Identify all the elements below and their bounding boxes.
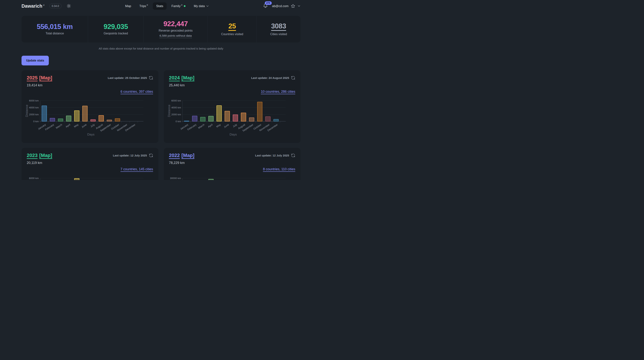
stats-overview-panel: 556,015 km Total distance 929,035 Geopoi… — [22, 16, 300, 42]
year-card-2023: 2023[Map] Last update: 12 July 2025 20,1… — [22, 148, 158, 180]
chevron-down-icon — [298, 4, 300, 7]
update-stats-button[interactable]: Update stats — [22, 56, 49, 65]
sun-icon — [66, 3, 71, 8]
notifications-button[interactable]: 273 — [263, 3, 268, 9]
svg-text:June: June — [81, 123, 87, 129]
svg-text:0 km: 0 km — [176, 120, 181, 123]
stat-label: Reverse geocoded points — [158, 29, 192, 32]
nav-item-stats[interactable]: Stats — [153, 2, 166, 10]
svg-text:6000 km: 6000 km — [29, 99, 39, 102]
nav-item-map[interactable]: Map — [122, 2, 134, 10]
favorites-button[interactable] — [291, 4, 295, 8]
year-link-2024[interactable]: 2024 — [169, 75, 180, 80]
refresh-icon — [149, 153, 153, 158]
theme-toggle-button[interactable] — [66, 3, 71, 8]
map-link-2024[interactable]: [Map] — [182, 75, 194, 80]
family-online-dot — [184, 5, 186, 7]
stat-label: Cities visited — [270, 32, 287, 36]
svg-text:June: June — [223, 123, 230, 129]
countries-cities-link[interactable]: 10 countries, 286 cities — [261, 90, 295, 93]
refresh-stats-button[interactable] — [149, 76, 153, 80]
svg-text:2000 km: 2000 km — [171, 113, 181, 116]
map-link-2022[interactable]: [Map] — [182, 153, 194, 158]
distance-chart-2022: 30000 km20000 km10000 km0 kmJanuaryFebru… — [166, 172, 297, 180]
year-cards-grid: 2025[Map] Last update: 25 October 2025 1… — [22, 70, 300, 180]
svg-text:30000 km: 30000 km — [170, 177, 181, 180]
svg-text:May: May — [216, 123, 221, 128]
year-link-2023[interactable]: 2023 — [27, 153, 38, 158]
refresh-icon — [291, 76, 295, 80]
refresh-stats-button[interactable] — [291, 76, 295, 80]
total-distance-value: 556,015 km — [37, 23, 73, 30]
alpha-superscript: α — [146, 3, 148, 6]
year-card-2024: 2024[Map] Last update: 24 August 2025 25… — [164, 70, 301, 143]
map-link-2023[interactable]: [Map] — [39, 153, 52, 158]
nav-item-family[interactable]: Familyα — [168, 2, 189, 10]
svg-text:Days: Days — [230, 133, 237, 136]
svg-text:4000 km: 4000 km — [29, 106, 39, 109]
year-distance: 19,414 km — [27, 83, 153, 87]
app-logo[interactable]: Dawarichα — [22, 3, 44, 9]
svg-text:March: March — [55, 123, 63, 129]
stat-reverse-geocoded: 922,447 Reverse geocoded points 6,588 po… — [144, 16, 208, 42]
user-email[interactable]: ab@cd.com — [272, 4, 288, 8]
year-card-2022: 2022[Map] Last update: 12 July 2025 78,2… — [164, 148, 301, 180]
last-update-label: Last update: 12 July 2025 — [113, 154, 147, 157]
app-logo-text: Dawarich — [22, 3, 42, 8]
star-icon — [291, 4, 295, 8]
version-badge[interactable]: 0.34.0 — [49, 3, 62, 8]
cities-visited-value: 3083 — [271, 23, 286, 31]
countries-cities-link[interactable]: 7 countries, 145 cities — [120, 167, 153, 171]
svg-text:Days: Days — [87, 133, 94, 136]
chevron-down-icon — [206, 5, 209, 7]
svg-text:July: July — [232, 123, 238, 128]
refresh-icon — [149, 76, 153, 80]
distance-chart-2023: 6000 km4000 km2000 km0 kmJanuaryFebruary… — [24, 172, 155, 180]
last-update-label: Last update: 12 July 2025 — [255, 154, 289, 157]
year-link-2025[interactable]: 2025 — [27, 75, 38, 80]
navbar: Dawarichα 0.34.0 Map Tripsα Stats Family… — [22, 0, 300, 12]
year-distance: 25,440 km — [169, 83, 296, 87]
alpha-superscript: α — [43, 3, 44, 6]
user-menu-button[interactable] — [298, 4, 300, 7]
stat-cities-visited: 3083 Cities visited — [256, 16, 300, 42]
svg-text:Distance: Distance — [25, 105, 28, 117]
geopoints-value: 929,035 — [104, 23, 128, 30]
svg-text:April: April — [65, 123, 71, 128]
svg-text:March: March — [198, 123, 205, 129]
notification-count-badge: 273 — [265, 1, 272, 5]
countries-cities-link[interactable]: 8 countries, 110 cities — [263, 167, 295, 171]
nav-item-trips[interactable]: Tripsα — [136, 2, 151, 10]
reverse-geocoded-value: 922,447 — [164, 20, 188, 27]
refresh-stats-button[interactable] — [149, 153, 153, 158]
year-card-2025: 2025[Map] Last update: 25 October 2025 1… — [22, 70, 158, 143]
stat-label: Countries visited — [221, 32, 243, 36]
svg-text:2000 km: 2000 km — [29, 113, 39, 116]
distance-chart-2025: 6000 km4000 km2000 km0 kmJanuaryFebruary… — [24, 94, 155, 137]
year-distance: 20,119 km — [27, 161, 153, 165]
last-update-label: Last update: 25 October 2025 — [108, 76, 147, 79]
stat-countries-visited: 25 Countries visited — [208, 16, 256, 42]
year-link-2022[interactable]: 2022 — [169, 153, 180, 158]
alpha-superscript: α — [181, 3, 182, 6]
svg-text:6000 km: 6000 km — [171, 99, 181, 102]
stat-geopoints-tracked: 929,035 Geopoints tracked — [88, 16, 144, 42]
refresh-icon — [291, 153, 295, 158]
last-update-label: Last update: 24 August 2025 — [251, 76, 289, 79]
countries-cities-link[interactable]: 6 countries, 397 cities — [120, 90, 153, 93]
svg-text:May: May — [74, 123, 79, 128]
svg-text:February: February — [187, 123, 197, 131]
svg-text:6000 km: 6000 km — [29, 177, 39, 180]
map-link-2025[interactable]: [Map] — [39, 75, 52, 80]
countries-visited-value: 25 — [228, 23, 236, 31]
stat-label: Geopoints tracked — [104, 32, 128, 35]
nav-item-my-data[interactable]: My data — [190, 2, 212, 10]
refresh-stats-button[interactable] — [291, 153, 295, 158]
year-distance: 78,229 km — [169, 161, 296, 165]
points-without-data-link[interactable]: 6,588 points without data — [160, 34, 192, 38]
daily-update-note: All stats data above except for total di… — [22, 47, 300, 50]
stat-label: Total distance — [46, 32, 64, 35]
main-nav: Map Tripsα Stats Familyα My data — [71, 2, 263, 10]
svg-text:0 km: 0 km — [33, 120, 39, 123]
svg-text:4000 km: 4000 km — [171, 106, 181, 109]
